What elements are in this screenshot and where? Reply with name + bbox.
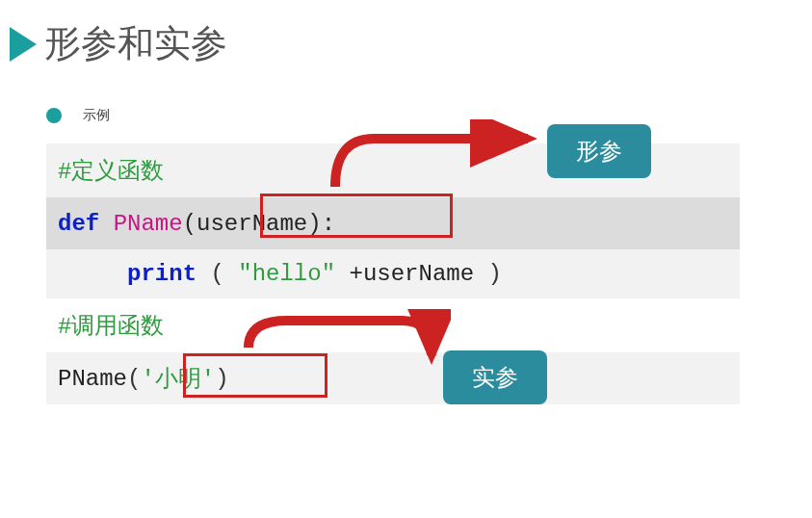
slide-title: 形参和实参 (44, 19, 227, 68)
triangle-icon (10, 27, 37, 62)
fn-name: PName (114, 211, 183, 237)
code-block: #定义函数 def PName (userName) : print ( "he… (46, 143, 740, 404)
kw-print: print (127, 261, 196, 287)
code-line-2: def PName (userName) : (46, 197, 740, 249)
label-formal-param: 形参 (547, 124, 651, 178)
slide-header: 形参和实参 (0, 0, 812, 78)
comment-call: #调用函数 (58, 314, 164, 340)
lparen: ( (210, 261, 223, 287)
indent (58, 261, 114, 287)
bullet-row: 示例 (46, 107, 812, 124)
code-line-4: #调用函数 (46, 298, 740, 352)
call-fn: PName (58, 366, 127, 392)
comment-define: #定义函数 (58, 159, 164, 185)
code-line-3: print ( "hello" +userName ) (46, 249, 740, 298)
bullet-text: 示例 (83, 107, 110, 124)
dot-icon (46, 108, 62, 123)
arg-actual: '小明' (141, 363, 215, 394)
param-formal: (userName) (183, 211, 322, 237)
colon: : (322, 211, 335, 237)
call-lp: ( (127, 366, 141, 392)
kw-def: def (58, 211, 99, 237)
code-line-5: PName ( '小明' ) (46, 352, 740, 404)
rparen: ) (488, 261, 502, 287)
str-hello: "hello" (238, 261, 335, 287)
call-rp: ) (215, 366, 228, 392)
plus-username: +userName (349, 261, 474, 287)
label-actual-param: 实参 (443, 350, 547, 404)
